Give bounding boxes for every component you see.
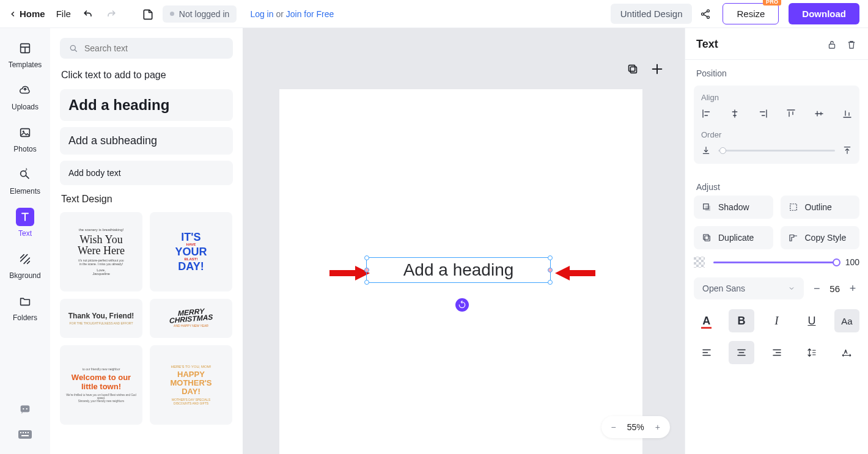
save-button[interactable]: [142, 8, 154, 20]
share-button[interactable]: [699, 8, 712, 20]
opacity-slider[interactable]: [713, 262, 837, 263]
nav-elements[interactable]: Elements: [6, 166, 44, 196]
align-right-button[interactable]: [757, 108, 768, 119]
align-left-button[interactable]: [701, 108, 712, 119]
order-slider[interactable]: [718, 150, 835, 152]
underline-button[interactable]: U: [799, 309, 824, 332]
resize-handle[interactable]: [548, 268, 553, 273]
home-label: Home: [20, 9, 45, 19]
order-front-button[interactable]: [842, 145, 852, 155]
design-thumb[interactable]: Thank You, Friend! FOR THE THOUGHTFULNES…: [60, 299, 142, 338]
svg-rect-7: [21, 406, 30, 412]
nav-uploads[interactable]: Uploads: [6, 81, 44, 111]
text-align-center-button[interactable]: [729, 341, 754, 364]
align-vcenter-button[interactable]: [814, 108, 825, 119]
resize-handle[interactable]: [548, 255, 553, 260]
line-height-button[interactable]: [799, 341, 824, 364]
text-icon: [19, 211, 31, 223]
photos-icon: [18, 126, 32, 139]
canvas-area[interactable]: Add a heading − 55% +: [243, 28, 685, 454]
resize-handle[interactable]: [364, 268, 369, 273]
svg-point-2: [707, 16, 710, 18]
align-hcenter-icon: [729, 108, 740, 119]
nav-text[interactable]: Text: [6, 208, 44, 238]
outline-icon: [788, 202, 799, 213]
letter-spacing-button[interactable]: [834, 341, 859, 364]
align-bottom-button[interactable]: [842, 108, 853, 119]
zoom-control: − 55% +: [601, 416, 670, 438]
outline-button[interactable]: Outline: [781, 196, 860, 219]
shadow-icon: [701, 202, 712, 213]
textbox-content: Add a heading: [403, 260, 514, 280]
resize-button[interactable]: Resize PRO: [723, 3, 779, 24]
search-box[interactable]: [60, 38, 233, 59]
keyboard-icon: [18, 430, 32, 441]
uploads-icon: [18, 84, 32, 97]
design-thumb[interactable]: the scenery is breathtaking! Wish YouWer…: [60, 212, 142, 291]
bold-button[interactable]: B: [729, 309, 754, 332]
home-link[interactable]: Home: [9, 9, 45, 19]
resize-handle[interactable]: [364, 255, 369, 260]
download-button[interactable]: Download: [789, 3, 859, 24]
text-color-button[interactable]: A: [694, 309, 719, 332]
lock-button[interactable]: [826, 39, 837, 50]
file-menu[interactable]: File: [56, 9, 71, 19]
align-label: Align: [701, 93, 852, 102]
duplicate-button[interactable]: Duplicate: [694, 226, 773, 249]
align-bottom-icon: [842, 108, 853, 119]
font-select[interactable]: Open Sans: [694, 277, 804, 299]
align-hcenter-button[interactable]: [729, 108, 740, 119]
canvas[interactable]: Add a heading: [279, 89, 642, 454]
plus-icon: [650, 62, 664, 76]
design-thumb[interactable]: IT'S HAVE YOUR BLAST! DAY!: [150, 212, 232, 291]
add-page-button[interactable]: [650, 62, 664, 76]
design-thumb[interactable]: HERE'S TO YOU, MOM! HAPPYMOTHER'SDAY! MO…: [150, 345, 232, 425]
undo-button[interactable]: [82, 8, 94, 20]
selected-textbox[interactable]: Add a heading: [366, 257, 551, 283]
resize-handle[interactable]: [548, 280, 553, 285]
login-link[interactable]: Log in: [250, 9, 273, 19]
copy-style-button[interactable]: Copy Style: [781, 226, 860, 249]
text-align-left-button[interactable]: [694, 341, 719, 364]
auth-or: or: [276, 9, 283, 19]
align-top-icon: [785, 108, 796, 119]
svg-rect-12: [23, 432, 24, 433]
search-input[interactable]: [84, 43, 224, 53]
svg-rect-10: [18, 430, 32, 439]
text-case-button[interactable]: Aa: [834, 309, 859, 332]
rotate-handle[interactable]: [455, 298, 469, 312]
design-thumb[interactable]: MERRYCHRISTMAS AND HAPPY NEW YEAR: [150, 299, 232, 338]
design-title[interactable]: Untitled Design: [611, 4, 693, 24]
shadow-button[interactable]: Shadow: [694, 196, 773, 219]
align-top-button[interactable]: [785, 108, 796, 119]
nav-folders[interactable]: Folders: [6, 292, 44, 322]
add-heading-button[interactable]: Add a heading: [60, 89, 233, 121]
nav-keyboard[interactable]: [18, 430, 32, 441]
font-size-inc[interactable]: +: [846, 282, 859, 295]
join-link[interactable]: Join for Free: [286, 9, 334, 19]
svg-rect-15: [21, 435, 29, 436]
resize-handle[interactable]: [364, 280, 369, 285]
svg-rect-17: [630, 67, 636, 73]
design-thumb[interactable]: to our friendly new neighbor Welcome to …: [60, 345, 142, 425]
nav-chat[interactable]: [18, 403, 32, 416]
nav-templates[interactable]: Templates: [6, 39, 44, 69]
nav-templates-label: Templates: [9, 60, 42, 69]
bring-back-icon: [701, 145, 711, 155]
redo-button: [105, 8, 117, 20]
delete-button[interactable]: [846, 39, 857, 50]
redo-icon: [105, 8, 117, 20]
italic-button[interactable]: I: [764, 309, 789, 332]
undo-icon: [82, 8, 94, 20]
zoom-in-button[interactable]: +: [655, 422, 660, 432]
duplicate-page-button[interactable]: [626, 62, 639, 76]
nav-rail: Templates Uploads Photos Elements Text B…: [0, 28, 50, 454]
text-align-right-button[interactable]: [764, 341, 789, 364]
nav-photos[interactable]: Photos: [6, 123, 44, 153]
order-back-button[interactable]: [701, 145, 711, 155]
nav-bkground[interactable]: Bkground: [6, 250, 44, 280]
zoom-out-button[interactable]: −: [611, 422, 616, 432]
font-size-dec[interactable]: −: [810, 282, 823, 295]
add-body-button[interactable]: Add body text: [60, 161, 233, 185]
add-subheading-button[interactable]: Add a subheading: [60, 127, 233, 155]
